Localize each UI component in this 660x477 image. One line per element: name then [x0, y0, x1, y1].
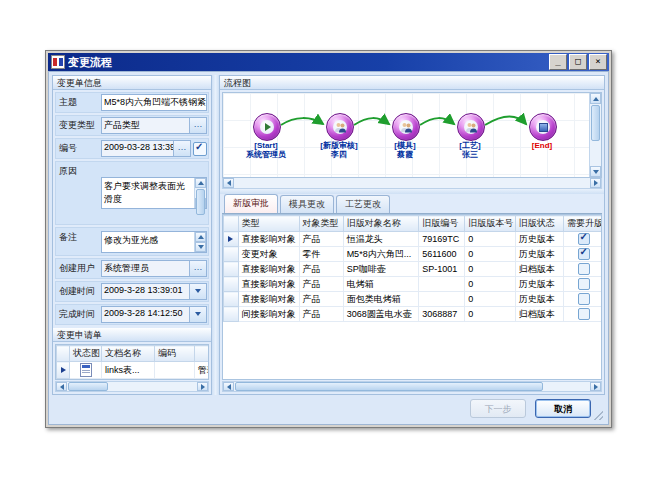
number-label: 编号 — [56, 139, 100, 158]
column-header-old-name[interactable]: 旧版对象名称 — [343, 216, 419, 232]
table-row[interactable]: 直接影响对象产品 电烤箱 0历史版本 — [224, 277, 603, 292]
flow-canvas[interactable]: [Start]系统管理员 [新版审核]李四 — [223, 93, 589, 177]
tab-new-version-approval[interactable]: 新版审批 — [224, 194, 278, 213]
column-header-old-code[interactable]: 旧版编号 — [419, 216, 465, 232]
flow-vertical-scrollbar[interactable] — [589, 93, 601, 177]
number-checkbox[interactable] — [193, 142, 207, 156]
selected-row-arrow-icon — [228, 236, 233, 242]
tab-craft-change[interactable]: 工艺更改 — [336, 195, 390, 213]
scroll-up-button[interactable] — [590, 93, 601, 104]
table-row[interactable]: 变更对象零件 M5*8内六角凹...5611600 0历史版本 M5*8内六角 — [224, 247, 603, 262]
scrollbar-thumb[interactable] — [196, 189, 205, 215]
ellipsis-icon[interactable]: … — [189, 118, 206, 133]
users-icon — [399, 120, 413, 134]
change-type-input[interactable]: 产品类型 … — [101, 117, 207, 134]
scroll-right-button[interactable] — [590, 382, 601, 391]
scroll-down-button[interactable] — [195, 242, 206, 252]
window-title: 变更流程 — [68, 55, 547, 70]
table-row[interactable]: 间接影响对象产品 3068圆盖电水壶3068887 0归档版本 — [224, 307, 603, 322]
upgrade-checkbox[interactable] — [578, 248, 590, 260]
dropdown-arrow-icon[interactable] — [189, 307, 206, 322]
flow-node-start[interactable] — [253, 113, 281, 141]
flow-node-craft[interactable] — [457, 113, 485, 141]
flow-node-review[interactable] — [326, 113, 354, 141]
scroll-down-button[interactable] — [590, 166, 601, 177]
table-row[interactable]: 直接影响对象产品 面包类电烤箱 0历史版本 — [224, 292, 603, 307]
footer-button-bar: 下一步 取消 — [52, 395, 605, 421]
scroll-right-button[interactable] — [197, 382, 208, 391]
vertical-scrollbar[interactable] — [194, 232, 206, 252]
finish-time-label: 完成时间 — [56, 305, 100, 324]
upgrade-checkbox[interactable] — [578, 278, 590, 290]
column-header-code[interactable]: 编码 — [155, 346, 195, 362]
scrollbar-thumb[interactable] — [68, 382, 108, 391]
number-input[interactable]: 2009-03-28 13:39:01 … — [101, 140, 191, 157]
next-button[interactable]: 下一步 — [470, 399, 526, 418]
scroll-right-button[interactable] — [590, 178, 601, 188]
column-header-status[interactable]: 状态图 — [70, 346, 102, 362]
cell-doc-name: links表... — [102, 362, 155, 379]
flow-node-end[interactable] — [529, 113, 557, 141]
scroll-up-button[interactable] — [195, 232, 206, 242]
ellipsis-icon[interactable]: … — [173, 141, 190, 156]
remarks-textarea[interactable]: 修改为亚光感 — [101, 231, 207, 253]
create-time-label: 创建时间 — [56, 282, 100, 301]
vertical-scrollbar[interactable] — [194, 178, 206, 208]
column-header-old-ver[interactable]: 旧版版本号 — [465, 216, 515, 232]
remarks-label: 备注 — [56, 228, 100, 255]
cancel-button[interactable]: 取消 — [535, 399, 591, 418]
tab-mold-change[interactable]: 模具更改 — [280, 195, 334, 213]
table-row[interactable]: 直接影响对象产品 SP咖啡壶SP-1001 0归档版本 SP咖啡壶 — [224, 262, 603, 277]
vertical-splitter[interactable] — [212, 75, 219, 395]
flow-node-mold[interactable] — [392, 113, 420, 141]
column-header-clipped[interactable] — [195, 346, 210, 362]
maximize-button[interactable]: □ — [569, 54, 587, 70]
subject-input[interactable]: M5*8内六角凹端不锈钢紧固螺钉 — [101, 94, 207, 111]
dropdown-arrow-icon[interactable] — [189, 284, 206, 299]
creator-input[interactable]: 系统管理员 … — [101, 260, 207, 277]
column-header-obj-type[interactable]: 对象类型 — [299, 216, 343, 232]
detail-grid: 类型 对象类型 旧版对象名称 旧版编号 旧版版本号 旧版状态 需要升版 新版 直… — [222, 214, 602, 380]
scroll-left-button[interactable] — [56, 382, 67, 391]
resize-grip-icon[interactable] — [592, 409, 603, 420]
subject-label: 主题 — [56, 93, 100, 112]
reason-textarea[interactable]: 客户要求调整表面光滑度 — [101, 177, 207, 209]
titlebar[interactable]: 变更流程 _ □ × — [48, 53, 609, 71]
number-value: 2009-03-28 13:39:01 — [102, 141, 173, 156]
horizontal-scrollbar[interactable] — [55, 381, 209, 392]
selector-column-header — [224, 216, 239, 232]
column-header-old-status[interactable]: 旧版状态 — [515, 216, 563, 232]
minimize-button[interactable]: _ — [549, 54, 567, 70]
upgrade-checkbox[interactable] — [578, 233, 590, 245]
change-process-dialog: 变更流程 _ □ × 变更单信息 主题 M5*8内六角凹端不锈钢紧固螺钉 — [45, 50, 612, 428]
request-list-table: 状态图 文档名称 编码 links表... 管理 — [55, 344, 209, 380]
finish-time-input[interactable]: 2009-3-28 14:12:50 — [101, 306, 207, 323]
horizontal-scrollbar[interactable] — [222, 381, 602, 392]
scroll-left-button[interactable] — [223, 178, 234, 188]
scroll-up-button[interactable] — [195, 178, 206, 188]
creator-value: 系统管理员 — [102, 261, 189, 276]
request-row[interactable]: links表... 管理 — [57, 362, 210, 379]
column-header-type[interactable]: 类型 — [238, 216, 299, 232]
upgrade-checkbox[interactable] — [578, 293, 590, 305]
table-row[interactable]: 直接影响对象产品 恒温龙头79169TC 0历史版本 — [224, 232, 603, 247]
upgrade-checkbox[interactable] — [578, 308, 590, 320]
upgrade-checkbox[interactable] — [578, 263, 590, 275]
close-button[interactable]: × — [589, 54, 607, 70]
column-header-doc-name[interactable]: 文档名称 — [102, 346, 155, 362]
scroll-left-button[interactable] — [223, 382, 234, 391]
screen-background: 变更流程 _ □ × 变更单信息 主题 M5*8内六角凹端不锈钢紧固螺钉 — [0, 0, 660, 477]
create-time-input[interactable]: 2009-3-28 13:39:01 — [101, 283, 207, 300]
reason-label: 原因 — [56, 162, 100, 224]
column-header-upgrade[interactable]: 需要升版 — [564, 216, 603, 232]
flow-and-detail-panel: 流程图 — [219, 75, 605, 395]
play-icon — [260, 120, 274, 134]
flow-node-end-label: [End] — [497, 141, 587, 150]
scrollbar-thumb[interactable] — [235, 382, 543, 391]
scrollbar-thumb[interactable] — [591, 105, 600, 141]
field-number: 编号 2009-03-28 13:39:01 … — [55, 138, 209, 159]
ellipsis-icon[interactable]: … — [189, 261, 206, 276]
field-remarks: 备注 修改为亚光感 — [55, 227, 209, 256]
flow-horizontal-scrollbar[interactable] — [222, 178, 602, 189]
left-panel-caption: 变更单信息 — [53, 76, 211, 90]
